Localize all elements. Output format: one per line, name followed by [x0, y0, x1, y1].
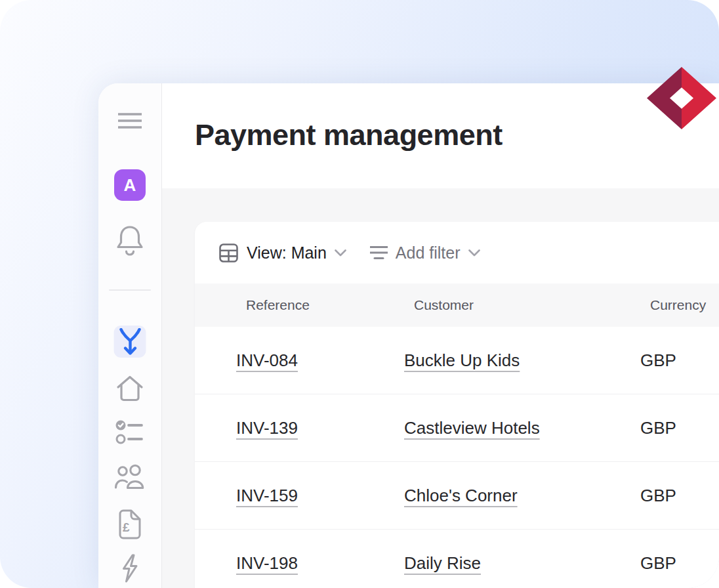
brand-logo: [647, 67, 716, 129]
sidebar-item-actions[interactable]: [118, 553, 142, 583]
reference-link[interactable]: INV-084: [236, 350, 298, 371]
table-body: INV-084 Buckle Up Kids GBP INV-139 Castl…: [195, 327, 719, 588]
sidebar-item-invoices[interactable]: £: [117, 509, 143, 540]
sidebar-item-customers[interactable]: [113, 464, 146, 490]
sidebar-item-tasks[interactable]: [115, 420, 144, 445]
sidebar: A: [98, 83, 162, 588]
home-icon: [115, 374, 145, 403]
table-header-row: Reference Customer Currency: [195, 284, 719, 327]
currency-value: GBP: [640, 350, 676, 371]
customer-link[interactable]: Chloe's Corner: [404, 486, 518, 506]
invoice-document-icon: £: [117, 509, 143, 540]
app-background: A: [0, 0, 719, 588]
page-title: Payment management: [162, 83, 719, 153]
table-row: INV-198 Daily Rise GBP: [195, 529, 719, 588]
currency-value: GBP: [640, 553, 676, 574]
table-row: INV-139 Castleview Hotels GBP: [195, 394, 719, 461]
chevron-down-icon: [335, 249, 346, 257]
table-grid-icon: [219, 243, 238, 262]
currency-value: GBP: [640, 418, 676, 438]
add-filter-label: Add filter: [396, 243, 461, 262]
reference-link[interactable]: INV-139: [236, 418, 298, 438]
currency-value: GBP: [640, 486, 676, 506]
column-header-reference: Reference: [236, 297, 310, 313]
lightning-bolt-icon: [118, 553, 142, 583]
sidebar-item-notifications[interactable]: [115, 224, 145, 257]
main-area: Payment management View: Mai: [162, 83, 719, 588]
customer-link[interactable]: Daily Rise: [404, 553, 481, 574]
app-window: A: [98, 83, 719, 588]
table-row: INV-084 Buckle Up Kids GBP: [195, 327, 719, 394]
customer-link[interactable]: Castleview Hotels: [404, 418, 540, 438]
sidebar-item-menu[interactable]: [117, 112, 142, 129]
reference-link[interactable]: INV-159: [236, 486, 298, 506]
sidebar-item-payments[interactable]: [114, 326, 146, 358]
svg-text:£: £: [123, 520, 130, 534]
customer-link[interactable]: Buckle Up Kids: [404, 350, 520, 371]
avatar: A: [114, 169, 146, 201]
column-header-currency: Currency: [640, 297, 706, 313]
content-area: View: Main Add fi: [162, 188, 719, 588]
avatar-letter: A: [124, 175, 136, 196]
filter-lines-icon: [370, 245, 388, 260]
table-toolbar: View: Main Add fi: [195, 222, 719, 284]
diamond-ribbon-logo: [647, 67, 716, 129]
view-selector-button[interactable]: View: Main: [219, 243, 346, 262]
sidebar-item-home[interactable]: [115, 374, 145, 403]
payments-table-card: View: Main Add fi: [195, 222, 719, 588]
add-filter-button[interactable]: Add filter: [370, 243, 480, 262]
table-row: INV-159 Chloe's Corner GBP: [195, 461, 719, 529]
checklist-icon: [115, 420, 144, 445]
page-header: Payment management: [162, 83, 719, 188]
bell-icon: [115, 224, 145, 257]
reference-link[interactable]: INV-198: [236, 553, 298, 574]
merge-arrow-icon: [118, 328, 142, 356]
column-header-customer: Customer: [404, 297, 474, 313]
sidebar-divider: [109, 289, 151, 291]
view-selector-label: View: Main: [247, 243, 327, 262]
hamburger-menu-icon: [117, 112, 142, 129]
sidebar-item-account[interactable]: A: [114, 169, 146, 201]
users-icon: [113, 464, 146, 490]
chevron-down-icon: [468, 249, 480, 257]
